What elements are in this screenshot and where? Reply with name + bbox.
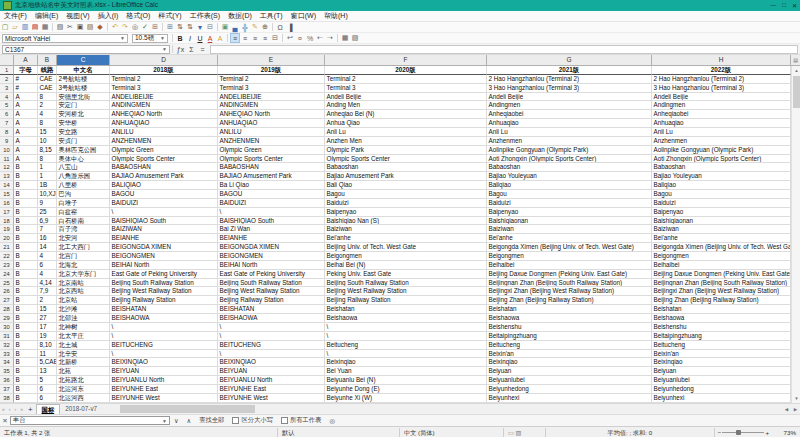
cell-D30[interactable]: \ — [110, 323, 218, 332]
cell-F38[interactable]: Beiyunhe Xi (W) — [325, 394, 487, 403]
cell-G22[interactable]: Beigongmen — [487, 252, 652, 261]
new-document-icon[interactable]: ▢ — [0, 22, 10, 32]
row-header-4[interactable]: 4 — [0, 93, 14, 102]
chevron-down-icon[interactable]: ▼ — [120, 35, 125, 41]
cell-G27[interactable]: Beijing Zhan (Beijing Railway Station) — [487, 296, 652, 305]
cell-F25[interactable]: Beijing South Railway Station — [325, 279, 487, 288]
cell-F12[interactable]: Babaoshan — [325, 163, 487, 172]
maximize-button[interactable]: □ — [782, 2, 786, 9]
menu-item-2[interactable]: 视图(V) — [62, 11, 93, 21]
cell-D19[interactable]: BAIZIWAN — [110, 225, 218, 234]
cell-E25[interactable]: Beijing South Railway Station — [218, 279, 325, 288]
cell-A7[interactable]: A — [14, 119, 38, 128]
cell-E34[interactable]: BEIXINQIAO — [218, 358, 325, 367]
row-header-20[interactable]: 20 — [0, 234, 14, 243]
cell-D38[interactable]: BEIYUNHE West — [110, 394, 218, 403]
cell-C4[interactable]: 安德里北街 — [57, 93, 110, 102]
cell-B7[interactable]: 8 — [38, 119, 57, 128]
scroll-left-icon[interactable]: ◀ — [782, 407, 791, 412]
cell-F3[interactable]: Terminal 3 — [325, 84, 487, 93]
insert-row-icon[interactable]: ⊞ — [150, 22, 160, 32]
cell-G14[interactable]: Baliqiao — [487, 181, 652, 190]
cell-H3[interactable]: 3 Hao Hangzhanlou (Terminal 3) — [652, 84, 791, 93]
currency-format-icon[interactable]: ¤ — [295, 33, 305, 43]
vertical-scrollbar[interactable]: ▲ ▼ — [791, 66, 800, 403]
row-header-21[interactable]: 21 — [0, 243, 14, 252]
cell-D36[interactable]: BEIYUANLU North — [110, 376, 218, 385]
cell-D33[interactable]: \ — [110, 350, 218, 359]
cell-E3[interactable]: Terminal 3 — [218, 84, 325, 93]
special-character-icon[interactable]: Ω — [275, 22, 285, 32]
cell-F36[interactable]: Beiyuanlu Bei (N) — [325, 376, 487, 385]
match-case-checkbox[interactable]: 区分大小写 — [228, 416, 276, 425]
name-box[interactable]: C1367 ▼ — [2, 45, 170, 54]
export-pdf-icon[interactable]: ▤ — [30, 22, 40, 32]
align-left-icon[interactable]: ≡ — [230, 33, 240, 43]
menu-item-8[interactable]: 工具(T) — [256, 11, 287, 21]
cell-H31[interactable]: Beitaipingzhuang — [652, 332, 791, 341]
cell-C38[interactable]: 北运河西 — [57, 394, 110, 403]
cell-E7[interactable]: ANHUAQIAO — [218, 119, 325, 128]
cell-E14[interactable]: Ba Li Qiao — [218, 181, 325, 190]
cell-H17[interactable]: Baipenyao — [652, 208, 791, 217]
cell-D27[interactable]: Beijing Railway Station — [110, 296, 218, 305]
row-header-25[interactable]: 25 — [0, 279, 14, 288]
cell-C8[interactable]: 安立路 — [57, 128, 110, 137]
cell-G20[interactable]: Bei'anhe — [487, 234, 652, 243]
cell-A32[interactable]: B — [14, 341, 38, 350]
find-all-button[interactable]: 查找全部 — [195, 416, 228, 425]
cell-D13[interactable]: BAJIAO Amusement Park — [110, 172, 218, 181]
cell-H28[interactable]: Beishatan — [652, 305, 791, 314]
cell-G32[interactable]: Beitucheng — [487, 341, 652, 350]
cell-G37[interactable]: Beiyunhedong — [487, 385, 652, 394]
cell-B9[interactable]: 10 — [38, 137, 57, 146]
cell-C26[interactable]: 北京西站 — [57, 287, 110, 296]
comment-icon[interactable]: ✎ — [250, 22, 260, 32]
cell-H10[interactable]: Aolinpike Gongyuan (Olympic Park) — [652, 146, 791, 155]
sheet-tab-1[interactable]: 2018-07-v7 — [60, 404, 102, 414]
cell-G2[interactable]: 2 Hao Hangzhanlou (Terminal 2) — [487, 75, 652, 84]
cell-E35[interactable]: BEIYUAN — [218, 367, 325, 376]
background-color-icon[interactable]: ▨ — [350, 33, 360, 43]
row-header-11[interactable]: 11 — [0, 155, 14, 164]
cell-B4[interactable]: 8 — [38, 93, 57, 102]
cell-D10[interactable]: Olympic Green — [110, 146, 218, 155]
cell-C19[interactable]: 百子湾 — [57, 225, 110, 234]
cell-F11[interactable]: Olympic Sports Center — [325, 155, 487, 164]
undo-icon[interactable]: ↶ — [110, 22, 120, 32]
cell-B34[interactable]: 5,CAE — [38, 358, 57, 367]
cell-E9[interactable]: ANZHENMEN — [218, 137, 325, 146]
row-header-29[interactable]: 29 — [0, 314, 14, 323]
cell-F32[interactable]: Beitucheng — [325, 341, 487, 350]
cell-B17[interactable]: 25 — [38, 208, 57, 217]
cut-icon[interactable]: ✂ — [65, 22, 75, 32]
cell-H26[interactable]: Beijingxi Zhan (Beijing West Railway Sta… — [652, 287, 791, 296]
find-and-replace-icon[interactable]: ◎ — [325, 417, 339, 424]
sheet-number-status[interactable]: 工作表 1, 共 2 张 — [0, 428, 278, 437]
cell-C2[interactable]: 2号航站楼 — [57, 75, 110, 84]
cell-F28[interactable]: Beishatan — [325, 305, 487, 314]
cell-H24[interactable]: Beijing Daxue Dongmen (Peking Univ. East… — [652, 270, 791, 279]
cell-G11[interactable]: Aoti Zhongxin (Olympic Sports Center) — [487, 155, 652, 164]
cell-C27[interactable]: 北京站 — [57, 296, 110, 305]
paste-icon[interactable]: ▨ — [85, 22, 95, 32]
cell-E18[interactable]: BAISHIQIAO South — [218, 217, 325, 226]
bold-icon[interactable]: B — [175, 33, 185, 43]
row-header-31[interactable]: 31 — [0, 332, 14, 341]
cell-C3[interactable]: 3号航站楼 — [57, 84, 110, 93]
cell-H12[interactable]: Babaoshan — [652, 163, 791, 172]
cell-C28[interactable]: 北沙滩 — [57, 305, 110, 314]
cell-B10[interactable]: 8,15 — [38, 146, 57, 155]
cell-C12[interactable]: 八宝山 — [57, 163, 110, 172]
cell-E24[interactable]: East Gate of Peking University — [218, 270, 325, 279]
cell-D9[interactable]: ANZHENMEN — [110, 137, 218, 146]
row-header-18[interactable]: 18 — [0, 217, 14, 226]
borders-icon[interactable]: ▦ — [340, 33, 350, 43]
cell-F6[interactable]: Anheqiao Bei (N) — [325, 110, 487, 119]
zoom-slider-track[interactable] — [722, 432, 764, 433]
cell-C1[interactable]: 中文名 — [57, 66, 110, 75]
cell-B33[interactable]: 11 — [38, 350, 57, 359]
cell-H8[interactable]: Anli Lu — [652, 128, 791, 137]
cell-B11[interactable]: 8 — [38, 155, 57, 164]
cell-B21[interactable]: 14 — [38, 243, 57, 252]
